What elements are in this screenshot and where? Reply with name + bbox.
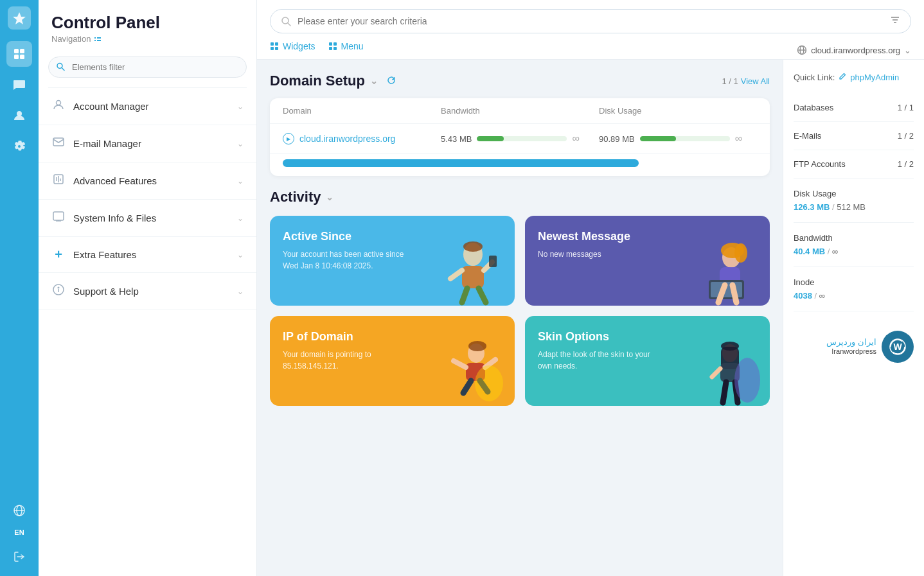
svg-rect-17 [53, 212, 64, 220]
disk-cell: 90.89 MB ∞ [599, 133, 757, 144]
bandwidth-values: 40.4 MB / ∞ [794, 247, 914, 256]
sidebar-header: Control Panel Navigation [39, 0, 256, 50]
svg-rect-33 [333, 42, 337, 46]
disk-progress [640, 136, 730, 141]
activity-card-active-since[interactable]: Active Since Your account has been activ… [270, 216, 515, 306]
advanced-features-label: Advanced Features [73, 175, 157, 186]
widgets-link[interactable]: Widgets [270, 41, 315, 59]
account-manager-chevron: ⌄ [237, 102, 244, 111]
system-info-label: System Info & Files [73, 213, 156, 223]
svg-rect-40 [462, 266, 484, 288]
ip-domain-illustration [438, 335, 508, 406]
domain-refresh-icon[interactable] [387, 76, 396, 87]
menu-link[interactable]: Menu [328, 41, 364, 59]
domain-name[interactable]: ▶ cloud.iranwordpress.org [283, 133, 441, 144]
search-bar-row [270, 9, 911, 33]
inode-current: 4038 [794, 291, 812, 301]
svg-rect-3 [14, 55, 19, 59]
sidebar-menu-item-email-manager[interactable]: E-mail Manager ⌄ [39, 125, 256, 162]
svg-line-70 [712, 369, 720, 377]
skin-options-text: Adapt the look of the skin to your own n… [538, 349, 666, 372]
svg-rect-2 [20, 49, 24, 53]
svg-rect-30 [271, 47, 274, 50]
top-nav-links: Widgets Menu [270, 41, 364, 59]
app-logo [8, 6, 31, 30]
nav-logout-icon[interactable] [6, 544, 32, 570]
bandwidth-current: 40.4 MB [794, 247, 825, 256]
svg-line-67 [723, 382, 726, 403]
svg-point-22 [58, 287, 59, 288]
top-bar: Widgets Menu cloud.iranwordpress.org [257, 0, 924, 60]
nav-globe-icon[interactable] [6, 498, 32, 523]
bandwidth-progress [477, 136, 567, 141]
svg-line-44 [479, 288, 486, 302]
inode-section: Inode 4038 / ∞ [794, 267, 914, 311]
bandwidth-separator: / [828, 247, 832, 256]
domain-table-row: ▶ cloud.iranwordpress.org 5.43 MB ∞ 90.8… [270, 124, 770, 154]
footer-logos: ایران وردپرس Iranwordpress W [794, 324, 914, 363]
nav-gear-icon[interactable] [6, 134, 32, 159]
activity-card-newest-message[interactable]: Newest Message No new messages [525, 216, 770, 306]
activity-cards: Active Since Your account has been activ… [270, 216, 770, 406]
emails-value: 1 / 2 [898, 131, 914, 141]
top-nav-row: Widgets Menu cloud.iranwordpress.org [270, 41, 911, 59]
account-manager-icon [51, 98, 66, 114]
activity-chevron[interactable]: ⌄ [326, 192, 333, 202]
top-domain[interactable]: cloud.iranwordpress.org ⌄ [797, 45, 911, 55]
active-since-illustration [438, 235, 508, 306]
activity-card-ip-domain[interactable]: IP of Domain Your domain is pointing to … [270, 316, 515, 406]
ip-domain-text: Your domain is pointing to 85.158.145.12… [283, 349, 411, 372]
blue-progress-bar [283, 159, 639, 167]
wordpress-logo: W [882, 331, 914, 363]
search-bar-icon [281, 16, 291, 26]
disk-usage-section: Disk Usage 126.3 MB / 512 MB [794, 179, 914, 223]
view-all-link[interactable]: 1 / 1 View All [722, 76, 770, 86]
nav-message-icon[interactable] [6, 72, 32, 98]
sidebar-search[interactable] [48, 57, 247, 78]
sidebar-menu-item-system-info[interactable]: System Info & Files ⌄ [39, 200, 256, 237]
system-info-icon [51, 210, 66, 226]
email-manager-chevron: ⌄ [237, 139, 244, 148]
domain-setup-chevron[interactable]: ⌄ [370, 76, 378, 86]
stat-row-emails: E-Mails 1 / 2 [794, 122, 914, 150]
search-icon [56, 62, 65, 73]
newest-message-text: No new messages [538, 249, 666, 260]
svg-rect-32 [329, 42, 332, 46]
language-label: EN [14, 528, 24, 536]
quick-link-value[interactable]: phpMyAdmin [850, 73, 899, 82]
sidebar-menu-item-account-manager[interactable]: Account Manager ⌄ [39, 88, 256, 125]
widgets-icon [270, 42, 279, 51]
emails-label: E-Mails [794, 131, 821, 141]
svg-rect-28 [271, 42, 274, 46]
quick-link-label: Quick Link: [794, 73, 835, 82]
inode-max: ∞ [819, 291, 825, 301]
search-bar[interactable] [270, 9, 911, 33]
elements-filter-input[interactable] [48, 57, 247, 78]
quick-link-row: Quick Link: phpMyAdmin [794, 73, 914, 82]
sidebar-menu-item-advanced-features[interactable]: Advanced Features ⌄ [39, 162, 256, 200]
quick-link-edit-icon[interactable] [839, 73, 846, 82]
filter-icon[interactable] [890, 15, 900, 28]
active-since-text: Your account has been active since Wed J… [283, 249, 411, 272]
search-input[interactable] [298, 16, 884, 26]
databases-value: 1 / 1 [898, 103, 914, 112]
disk-usage-label: Disk Usage [794, 189, 914, 198]
nav-grid-icon[interactable] [6, 41, 32, 67]
support-icon [51, 283, 66, 299]
ftp-label: FTP Accounts [794, 159, 846, 169]
activity-card-skin-options[interactable]: Skin Options Adapt the look of the skin … [525, 316, 770, 406]
extra-features-chevron: ⌄ [237, 250, 244, 259]
svg-line-59 [463, 381, 471, 393]
nav-user-icon[interactable] [6, 103, 32, 128]
sidebar-menu-item-support[interactable]: Support & Help ⌄ [39, 273, 256, 310]
bandwidth-section: Bandwidth 40.4 MB / ∞ [794, 223, 914, 267]
sidebar-menu-item-extra-features[interactable]: + Extra Features ⌄ [39, 237, 256, 273]
domain-setup-title: Domain Setup ⌄ [270, 73, 396, 89]
svg-line-10 [62, 67, 64, 70]
svg-point-62 [475, 365, 503, 401]
icon-bar: EN [0, 0, 39, 576]
account-manager-label: Account Manager [73, 101, 149, 112]
svg-line-43 [462, 288, 467, 302]
svg-point-49 [734, 243, 747, 263]
svg-point-69 [734, 358, 760, 403]
